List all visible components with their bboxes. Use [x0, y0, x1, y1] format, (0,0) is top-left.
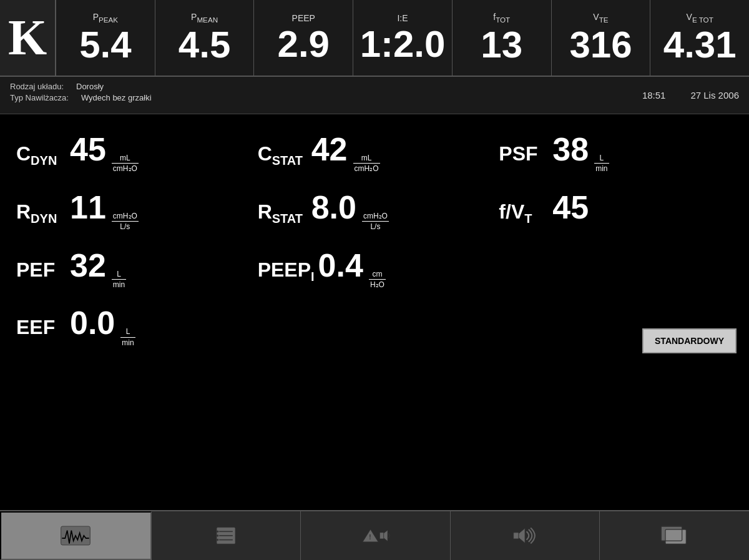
- peepi-label: PEEPI: [258, 258, 315, 284]
- header-vetot: VE TOT 4.31: [650, 0, 749, 76]
- info-row: Rodzaj układu: Dorosły Typ Nawilżacza: W…: [0, 77, 749, 114]
- list-icon: [210, 523, 242, 548]
- psf-value: 38: [552, 133, 589, 165]
- rodzaj-line: Rodzaj układu: Dorosły: [10, 82, 152, 91]
- waveform-button[interactable]: [0, 511, 152, 560]
- screens-icon: [659, 523, 690, 548]
- fvt-label: f/VT: [499, 200, 549, 226]
- rdyn-unit: cmH₂O L/s: [112, 212, 139, 232]
- info-right: 18:51 27 Lis 2006: [642, 90, 739, 101]
- alarm-info-icon: !: [360, 523, 391, 548]
- volume-button[interactable]: [451, 511, 600, 560]
- pef-value: 32: [70, 249, 106, 282]
- rdyn-value: 11: [70, 191, 106, 224]
- rodzaj-key: Rodzaj układu:: [10, 82, 64, 91]
- nawilzacza-val: Wydech bez grzałki: [81, 93, 152, 102]
- rstat-unit: cmH₂O L/s: [362, 212, 389, 232]
- rstat-value: 8.0: [311, 191, 356, 224]
- svg-point-5: [217, 531, 218, 533]
- svg-point-6: [217, 534, 218, 536]
- svg-text:!: !: [369, 533, 371, 541]
- svg-point-7: [217, 539, 218, 541]
- header-ppeak: PPEAK 5.4: [56, 0, 155, 76]
- header-vte: VTE 316: [552, 0, 651, 76]
- pef-cell: PEF 32 L min: [12, 243, 254, 296]
- rdyn-cell: RDYN 11 cmH₂O L/s: [12, 185, 254, 238]
- eef-unit: L min: [120, 327, 135, 347]
- standardowy-button[interactable]: STANDARDOWY: [642, 328, 737, 353]
- svg-rect-12: [514, 533, 519, 539]
- eef-cell: EEF 0.0 L min: [12, 300, 254, 353]
- params-container: CDYN 45 mL cmH₂O CSTAT 42 mL cmH₂O: [0, 114, 749, 366]
- main-content: K PPEAK 5.4 PMEAN 4.5 PEEP 2.9 I:E 1:2.0…: [0, 0, 749, 560]
- nawilzacza-key: Typ Nawilżacza:: [10, 93, 69, 102]
- psf-unit: L min: [594, 154, 609, 174]
- vetot-value: 4.31: [663, 26, 737, 64]
- peepi-unit: cm H₂O: [369, 270, 386, 290]
- psf-cell: PSF 38 L min: [495, 127, 737, 180]
- cstat-value: 42: [311, 133, 348, 165]
- header-ie: I:E 1:2.0: [353, 0, 453, 76]
- list-button[interactable]: [152, 511, 301, 560]
- svg-rect-15: [665, 529, 686, 544]
- empty-cell-2: [254, 300, 496, 353]
- fvt-cell: f/VT 45: [495, 185, 737, 238]
- svg-rect-10: [380, 533, 384, 539]
- peepi-value: 0.4: [318, 249, 363, 282]
- header-peep: PEEP 2.9: [254, 0, 353, 76]
- cstat-cell: CSTAT 42 mL cmH₂O: [254, 127, 496, 180]
- ie-value: 1:2.0: [360, 26, 446, 63]
- bottom-navigation: !: [0, 510, 749, 560]
- empty-cell-1: [495, 243, 737, 296]
- fvt-value: 45: [552, 191, 589, 224]
- cstat-label: CSTAT: [258, 142, 308, 168]
- rstat-label: RSTAT: [258, 200, 308, 226]
- rodzaj-val: Dorosły: [76, 82, 104, 91]
- volume-icon: [509, 523, 541, 548]
- pef-label: PEF: [16, 258, 66, 282]
- psf-label: PSF: [499, 142, 549, 165]
- ppeak-value: 5.4: [79, 26, 131, 64]
- svg-marker-11: [384, 530, 388, 541]
- time-display: 18:51: [642, 90, 666, 101]
- main-data-area: CDYN 45 mL cmH₂O CSTAT 42 mL cmH₂O: [0, 114, 749, 560]
- pef-unit: L min: [112, 270, 126, 290]
- cdyn-label: CDYN: [16, 142, 66, 168]
- data-grid: CDYN 45 mL cmH₂O CSTAT 42 mL cmH₂O: [12, 127, 737, 353]
- ftot-value: 13: [481, 26, 522, 64]
- header-bar: K PPEAK 5.4 PMEAN 4.5 PEEP 2.9 I:E 1:2.0…: [0, 0, 749, 77]
- header-pmean: PMEAN 4.5: [155, 0, 255, 76]
- pmean-value: 4.5: [179, 26, 230, 64]
- date-display: 27 Lis 2006: [690, 90, 739, 101]
- cdyn-cell: CDYN 45 mL cmH₂O: [12, 127, 254, 180]
- brand-logo: K: [0, 0, 56, 76]
- peepi-cell: PEEPI 0.4 cm H₂O: [254, 243, 496, 296]
- waveform-icon: [60, 523, 91, 548]
- alarm-info-button[interactable]: !: [301, 511, 451, 560]
- peep-value: 2.9: [278, 26, 330, 63]
- screens-button[interactable]: [600, 511, 749, 560]
- cstat-unit: mL cmH₂O: [353, 154, 380, 174]
- cdyn-value: 45: [70, 133, 106, 165]
- eef-label: EEF: [16, 316, 66, 339]
- header-ftot: fTOT 13: [453, 0, 552, 76]
- rstat-cell: RSTAT 8.0 cmH₂O L/s: [254, 185, 496, 238]
- nawilzacza-line: Typ Nawilżacza: Wydech bez grzałki: [10, 93, 152, 102]
- vte-value: 316: [569, 26, 632, 64]
- info-left: Rodzaj układu: Dorosły Typ Nawilżacza: W…: [10, 82, 152, 102]
- rdyn-label: RDYN: [16, 200, 66, 226]
- svg-marker-13: [519, 528, 525, 543]
- cdyn-unit: mL cmH₂O: [112, 154, 139, 174]
- eef-value: 0.0: [70, 307, 115, 339]
